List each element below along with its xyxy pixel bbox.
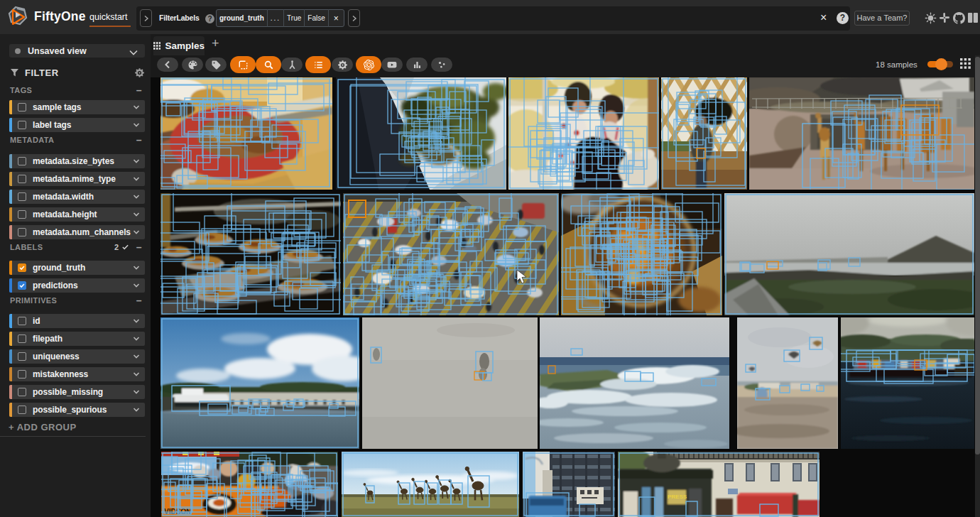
svg-text:PRESS: PRESS — [668, 494, 687, 500]
